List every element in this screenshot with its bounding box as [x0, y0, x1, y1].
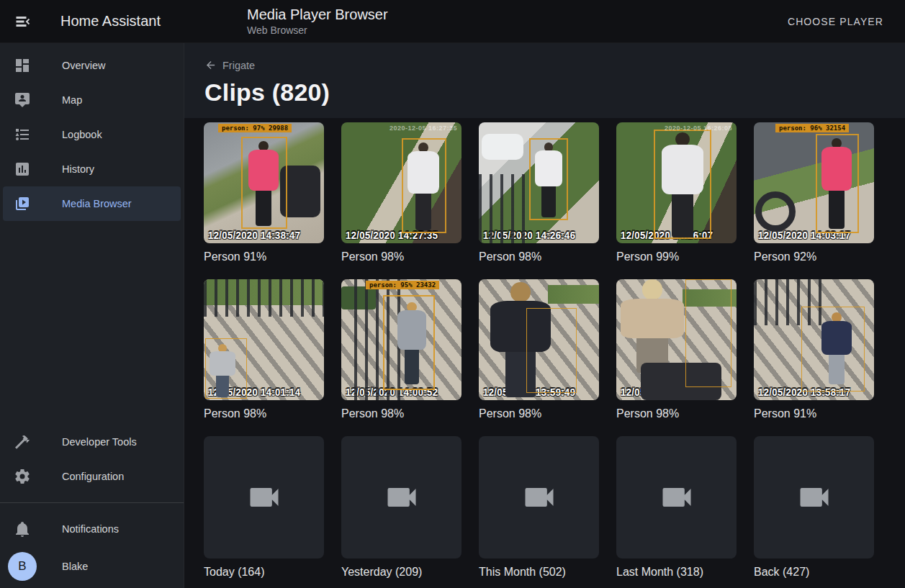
clip-card[interactable]: 12/05/2020 14:26:46 Person 98% — [479, 122, 599, 263]
clip-thumbnail: person: 95% 23432 12/05/2020 14:00:52 — [341, 279, 461, 400]
sidebar-toggle-button[interactable] — [6, 4, 40, 39]
sidebar-item-overview[interactable]: Overview — [3, 48, 181, 83]
folder-card-back[interactable]: Back (427) — [754, 436, 874, 579]
folder-thumbnail — [341, 436, 461, 558]
bell-icon — [14, 520, 31, 538]
detection-bbox — [526, 308, 577, 393]
clip-label: Person 98% — [479, 250, 599, 263]
detection-bbox — [529, 138, 568, 220]
content-header: Frigate Clips (820) — [184, 43, 905, 118]
media-grid-area: person: 97% 29988 12/05/2020 14:38:47 Pe… — [184, 118, 905, 588]
sidebar-item-label: Developer Tools — [62, 436, 137, 448]
detection-bbox — [654, 130, 711, 239]
detection-bbox — [402, 138, 446, 233]
clip-label: Person 98% — [479, 407, 599, 420]
folder-card-today[interactable]: Today (164) — [204, 436, 324, 579]
main-content: Frigate Clips (820) person: 97% 29988 12… — [184, 43, 905, 588]
folder-card-last-month[interactable]: Last Month (318) — [616, 436, 737, 579]
clip-timestamp: 12/05/2020 14:38:47 — [208, 229, 300, 241]
clip-thumbnail: person: 97% 29988 12/05/2020 14:38:47 — [204, 122, 324, 243]
clip-label: Person 98% — [204, 407, 324, 420]
detection-label: person: 96% 32154 — [775, 124, 849, 132]
sidebar-user-profile[interactable]: B Blake — [3, 546, 181, 587]
sidebar-item-media-browser[interactable]: Media Browser — [3, 186, 181, 221]
clip-thumbnail: 12/05/2020 14:26:46 — [479, 122, 599, 243]
topbar-left: Home Assistant — [0, 4, 184, 39]
folder-label: Back (427) — [754, 566, 874, 579]
sidebar-item-label: Logbook — [62, 129, 102, 140]
sidebar-item-label: Notifications — [62, 523, 119, 535]
hammer-icon — [14, 433, 31, 451]
detection-label: person: 95% 23432 — [366, 281, 439, 289]
clip-label: Person 98% — [341, 407, 461, 420]
folder-label: Last Month (318) — [616, 566, 737, 579]
folder-label: This Month (502) — [479, 566, 599, 579]
sidebar-item-label: History — [62, 163, 94, 175]
folder-label: Yesterday (209) — [341, 566, 461, 579]
detection-bbox — [205, 338, 247, 399]
clip-card[interactable]: 2020-12-05 16:27:35 12/05/2020 14:27:35 … — [341, 122, 461, 263]
clip-label: Person 99% — [616, 250, 737, 263]
folder-label: Today (164) — [204, 566, 324, 579]
sidebar-item-label: Map — [62, 94, 82, 106]
sidebar-item-map[interactable]: Map — [3, 83, 181, 117]
page-heading: Clips (820) — [204, 78, 905, 107]
clip-card[interactable]: person: 97% 29988 12/05/2020 14:38:47 Pe… — [204, 122, 324, 263]
clip-label: Person 98% — [341, 250, 461, 263]
folder-thumbnail — [204, 436, 324, 558]
home-assistant-app: Home Assistant Media Player Browser Web … — [0, 0, 905, 588]
clip-card[interactable]: person: 95% 23432 12/05/2020 14:00:52 Pe… — [341, 279, 461, 420]
breadcrumb-back-frigate[interactable]: Frigate — [204, 59, 255, 71]
video-camera-icon — [796, 479, 833, 516]
clip-card[interactable]: 12/05/2020 14:01:14 Person 98% — [204, 279, 324, 420]
detection-label: person: 97% 29988 — [218, 124, 292, 132]
clip-card[interactable]: 12/05/2020 13:58:30 Person 98% — [616, 279, 737, 420]
page-title-block: Media Player Browser Web Browser — [247, 6, 388, 37]
sidebar-item-logbook[interactable]: Logbook — [3, 117, 181, 152]
sidebar-item-notifications[interactable]: Notifications — [3, 512, 181, 546]
folder-thumbnail — [616, 436, 737, 558]
clip-card[interactable]: 12/05/2020 13:59:49 Person 98% — [479, 279, 599, 420]
sidebar: Overview Map Logbook History Media Brows… — [0, 43, 184, 588]
video-camera-icon — [383, 479, 420, 516]
top-app-bar: Home Assistant Media Player Browser Web … — [0, 0, 905, 43]
clip-label: Person 98% — [616, 407, 737, 420]
clip-label: Person 91% — [204, 250, 324, 263]
avatar: B — [8, 552, 37, 581]
clip-card[interactable]: 2020-12-05 16:26:08 12/05/2020 14:26:07 … — [616, 122, 737, 263]
app-title: Home Assistant — [60, 13, 161, 30]
sidebar-item-configuration[interactable]: Configuration — [3, 459, 181, 494]
gear-icon — [14, 468, 31, 485]
detection-bbox — [816, 134, 859, 233]
folder-card-yesterday[interactable]: Yesterday (209) — [341, 436, 461, 579]
tooltip-account-icon — [14, 91, 31, 109]
clip-card[interactable]: person: 96% 32154 12/05/2020 14:03:17 Pe… — [754, 122, 874, 263]
dashboard-icon — [14, 57, 31, 74]
clip-thumbnail: 2020-12-05 16:26:08 12/05/2020 14:26:07 — [616, 122, 737, 243]
railing-shape — [204, 279, 324, 317]
folder-thumbnail — [479, 436, 599, 558]
page-subtitle: Web Browser — [247, 24, 388, 37]
arrow-left-icon — [204, 59, 217, 71]
clip-thumbnail: 12/05/2020 14:01:14 — [204, 279, 324, 400]
clip-thumbnail: 2020-12-05 16:27:35 12/05/2020 14:27:35 — [341, 122, 461, 243]
folder-card-this-month[interactable]: This Month (502) — [479, 436, 599, 579]
clip-card[interactable]: 12/05/2020 13:58:17 Person 91% — [754, 279, 874, 420]
choose-player-button[interactable]: CHOOSE PLAYER — [780, 10, 891, 33]
menu-collapse-icon — [14, 13, 32, 30]
user-name-label: Blake — [62, 561, 88, 572]
detection-bbox — [801, 307, 865, 392]
grass-shape — [548, 285, 599, 304]
stroller-wheel-shape — [755, 191, 796, 232]
detection-bbox — [383, 295, 435, 390]
clip-thumbnail: 12/05/2020 13:58:17 — [754, 279, 874, 400]
clip-thumbnail: person: 96% 32154 12/05/2020 14:03:17 — [754, 122, 874, 243]
camera-overlay-timestamp: 2020-12-05 16:26:08 — [665, 125, 732, 132]
sidebar-item-history[interactable]: History — [3, 152, 181, 186]
video-camera-icon — [246, 479, 283, 516]
clip-label: Person 91% — [754, 407, 874, 420]
sidebar-item-developer-tools[interactable]: Developer Tools — [3, 425, 181, 459]
page-title: Media Player Browser — [247, 6, 388, 24]
play-box-multiple-icon — [14, 195, 31, 212]
list-icon — [14, 126, 31, 143]
